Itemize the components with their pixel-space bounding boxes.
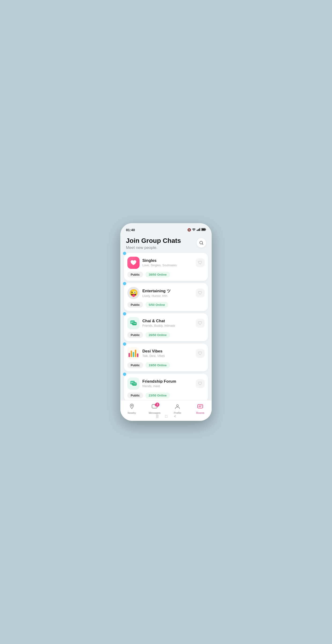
nav-item-messages[interactable]: 2 Messages <box>146 404 163 414</box>
signal-icon <box>197 228 200 232</box>
svg-point-22 <box>133 382 134 383</box>
group-card-desi[interactable]: Desi Vibes Talk, Desi, Vibes Public 19/5… <box>124 344 208 372</box>
group-icon-singles <box>127 257 140 269</box>
visibility-badge: Public <box>127 332 143 338</box>
heart-outline-icon <box>198 381 202 386</box>
group-tags-friendship: friends, meet <box>142 384 193 388</box>
main-content: Join Group Chats Meet new people. <box>120 234 212 421</box>
card-footer-singles: Public 38/50 Online <box>127 272 205 278</box>
online-dot <box>123 282 126 285</box>
chat-icon <box>130 319 138 327</box>
group-list: Singles Love, Singles, Soulmates Public … <box>120 253 212 421</box>
svg-rect-6 <box>206 229 206 230</box>
heart-icon <box>130 259 137 266</box>
svg-point-14 <box>133 322 134 322</box>
svg-point-16 <box>135 323 135 324</box>
group-card-chai[interactable]: Chai & Chat Friends, Buddy, Intimate Pub… <box>124 313 208 341</box>
online-dot <box>123 342 126 346</box>
group-card-friendship[interactable]: Friendship Forum friends, meet Public 23… <box>124 374 208 402</box>
online-dot <box>123 372 126 376</box>
online-badge: 19/50 Online <box>146 362 170 368</box>
battery-icon <box>201 228 206 232</box>
svg-point-21 <box>132 382 132 383</box>
group-icon-entertaining: 😜 <box>127 287 140 299</box>
wifi-icon <box>192 228 196 232</box>
mute-icon: 🔇 <box>187 228 191 232</box>
nav-label-rooms: Rooms <box>196 412 204 414</box>
card-footer-entertaining: Public 5/50 Online <box>127 302 205 308</box>
search-icon <box>199 240 204 245</box>
online-badge: 23/50 Online <box>146 392 170 398</box>
header-text: Join Group Chats Meet new people. <box>126 237 181 250</box>
svg-point-0 <box>194 230 194 231</box>
nav-item-rooms[interactable]: Rooms <box>192 404 208 414</box>
favorite-button-chai[interactable] <box>196 319 205 328</box>
nav-item-nearby[interactable]: Nearby <box>124 404 140 414</box>
status-icons: 🔇 <box>187 228 206 232</box>
messages-badge: 2 <box>155 402 160 407</box>
heart-outline-icon <box>198 351 202 356</box>
svg-point-12 <box>131 322 132 322</box>
group-card-entertaining[interactable]: 😜 Entertaining ツ Lively, Humor, hhh <box>124 283 208 311</box>
rooms-icon <box>197 404 203 410</box>
card-header: Singles Love, Singles, Soulmates <box>127 257 205 269</box>
heart-outline-icon <box>198 321 202 326</box>
group-icon-friendship <box>127 378 140 390</box>
search-button[interactable] <box>197 238 206 248</box>
group-tags-entertaining: Lively, Humor, hhh <box>142 294 193 298</box>
page-header: Join Group Chats Meet new people. <box>120 234 212 253</box>
svg-point-31 <box>131 405 132 406</box>
svg-point-24 <box>135 383 135 384</box>
group-tags-desi: Talk, Desi, Vibes <box>142 354 193 358</box>
group-card-singles[interactable]: Singles Love, Singles, Soulmates Public … <box>124 253 208 281</box>
heart-outline-icon <box>198 260 202 265</box>
favorite-button-friendship[interactable] <box>196 379 205 388</box>
gesture-bar: ||| □ < <box>120 414 212 420</box>
card-footer-chai: Public 26/50 Online <box>127 332 205 338</box>
svg-point-23 <box>134 383 134 384</box>
nav-item-profile[interactable]: Profile <box>169 404 186 414</box>
profile-icon <box>174 404 180 410</box>
svg-rect-34 <box>198 404 203 408</box>
nearby-icon <box>129 404 135 410</box>
favorite-button-singles[interactable] <box>196 258 205 267</box>
nearby-icon-wrap <box>129 404 135 410</box>
visibility-badge: Public <box>127 272 143 278</box>
svg-rect-1 <box>197 230 197 231</box>
gesture-menu: ||| <box>156 414 158 418</box>
favorite-button-entertaining[interactable] <box>196 288 205 298</box>
svg-point-33 <box>176 405 178 406</box>
favorite-button-desi[interactable] <box>196 349 205 358</box>
group-name-chai: Chai & Chat <box>142 319 193 324</box>
profile-icon-wrap <box>174 404 180 410</box>
svg-rect-2 <box>198 229 198 231</box>
visibility-badge: Public <box>127 392 143 398</box>
svg-point-15 <box>134 323 134 324</box>
group-icon-chai <box>127 317 140 329</box>
group-tags-chai: Friends, Buddy, Intimate <box>142 324 193 328</box>
svg-point-25 <box>136 383 136 384</box>
group-info-friendship: Friendship Forum friends, meet <box>142 379 193 388</box>
group-name-desi: Desi Vibes <box>142 349 193 354</box>
online-badge: 38/50 Online <box>146 272 170 278</box>
online-dot <box>123 252 126 255</box>
bar-chart-icon <box>128 350 138 357</box>
visibility-badge: Public <box>127 362 143 368</box>
group-info-chai: Chai & Chat Friends, Buddy, Intimate <box>142 319 193 328</box>
rooms-icon-wrap <box>197 404 203 410</box>
card-header: 😜 Entertaining ツ Lively, Humor, hhh <box>127 287 205 299</box>
heart-outline-icon <box>198 290 202 295</box>
svg-point-20 <box>131 382 132 383</box>
svg-rect-4 <box>200 228 200 231</box>
gesture-home: □ <box>165 414 168 418</box>
card-header: Friendship Forum friends, meet <box>127 378 205 390</box>
status-time: 01:40 <box>126 228 135 232</box>
nav-label-messages: Messages <box>149 412 160 414</box>
card-header: Chai & Chat Friends, Buddy, Intimate <box>127 317 205 329</box>
online-dot <box>123 312 126 316</box>
group-icon-desi <box>127 347 140 360</box>
svg-rect-3 <box>198 229 199 231</box>
nav-label-profile: Profile <box>174 412 181 414</box>
group-name-entertaining: Entertaining ツ <box>142 288 193 294</box>
card-header: Desi Vibes Talk, Desi, Vibes <box>127 347 205 360</box>
